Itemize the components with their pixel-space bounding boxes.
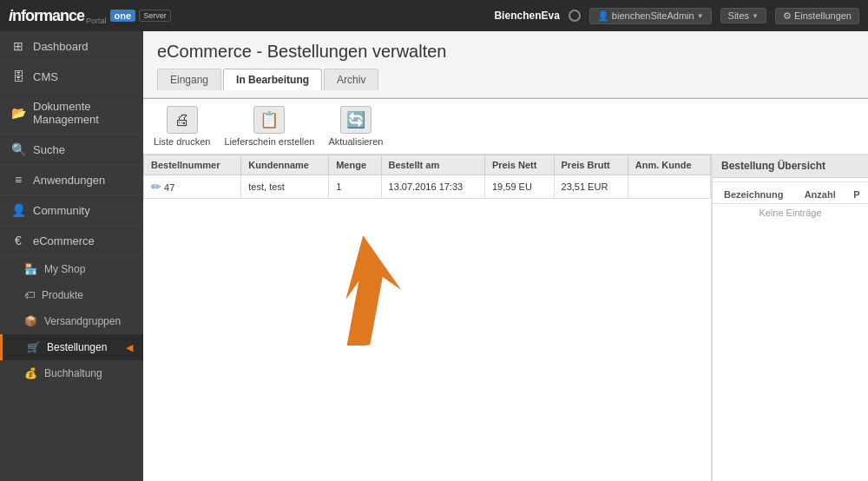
orange-arrow-svg xyxy=(308,233,412,346)
lieferschein-icon: 📋 xyxy=(253,106,285,134)
tab-bar: Eingang In Bearbeitung Archiv xyxy=(157,69,854,90)
gear-icon: ⚙ xyxy=(783,10,792,22)
sidebar-item-cms[interactable]: 🗄 CMS xyxy=(0,62,143,92)
myshop-icon: 🏪 xyxy=(24,263,37,275)
anwendungen-icon: ≡ xyxy=(10,173,26,187)
cell-name: test, test xyxy=(241,175,329,199)
col-preis-netto: Preis Nett xyxy=(484,155,554,175)
dokumente-icon: 📂 xyxy=(10,106,26,120)
cell-nr: ✏ 47 xyxy=(144,175,241,199)
overview-col-p: P xyxy=(845,186,868,204)
svg-marker-1 xyxy=(327,233,410,346)
col-bestellnummer: Bestellnummer xyxy=(144,155,241,175)
print-icon: 🖨 xyxy=(167,106,198,134)
username: BienchenEva xyxy=(494,10,559,22)
sidebar-sub-bestellungen[interactable]: 🛒 Bestellungen ◀ xyxy=(0,334,143,360)
overview-empty-row: Keine Einträge xyxy=(713,204,868,222)
cms-icon: 🗄 xyxy=(10,69,26,83)
sidebar-item-suche[interactable]: 🔍 Suche xyxy=(0,135,143,165)
logo-informance: informance xyxy=(9,7,84,25)
einstellungen-button[interactable]: ⚙ Einstellungen xyxy=(775,8,859,24)
orders-table: Bestellnummer Kundenname Menge Bestellt … xyxy=(143,155,711,199)
chevron-down-icon: ▼ xyxy=(697,12,704,20)
table-wrapper: Bestellnummer Kundenname Menge Bestellt … xyxy=(143,155,868,481)
user-icon: 👤 xyxy=(597,10,609,22)
dashboard-icon: ⊞ xyxy=(10,39,26,53)
arrow-overlay xyxy=(308,233,412,348)
chevron-down-icon: ▼ xyxy=(752,12,759,20)
col-anm-kunde: Anm. Kunde xyxy=(628,155,710,175)
sites-button[interactable]: Sites ▼ xyxy=(720,8,766,23)
sidebar-item-anwendungen[interactable]: ≡ Anwendungen xyxy=(0,165,143,195)
col-menge: Menge xyxy=(329,155,381,175)
community-icon: 👤 xyxy=(10,203,26,217)
tab-archiv[interactable]: Archiv xyxy=(324,69,378,90)
sidebar-sub-versandgruppen[interactable]: 📦 Versandgruppen xyxy=(0,308,143,334)
sidebar-sub-buchhaltung[interactable]: 💰 Buchhaltung xyxy=(0,360,143,386)
bestellungen-icon: 🛒 xyxy=(27,341,40,353)
sidebar-item-dokumente[interactable]: 📂 DokumenteManagement xyxy=(0,92,143,135)
table-row[interactable]: ✏ 47 test, test 1 13.07.2016 17:33 19,59… xyxy=(144,175,711,199)
content-area: eCommerce - Bestellungen verwalten Einga… xyxy=(143,31,868,481)
toolbar: 🖨 Liste drucken 📋 Lieferschein erstellen… xyxy=(143,98,868,155)
page-header: eCommerce - Bestellungen verwalten Einga… xyxy=(143,31,868,98)
table-main: Bestellnummer Kundenname Menge Bestellt … xyxy=(143,155,712,481)
status-icon xyxy=(569,10,581,22)
col-bestellt-am: Bestellt am xyxy=(381,155,484,175)
aktualisieren-button[interactable]: 🔄 Aktualisieren xyxy=(328,106,383,147)
buchhaltung-icon: 💰 xyxy=(24,367,37,379)
col-preis-brutto: Preis Brutt xyxy=(554,155,628,175)
sidebar-right: Bestellung Übersicht Bezeichnung Anzahl … xyxy=(712,155,868,481)
logo-portal: Portal xyxy=(86,16,107,25)
lieferschein-button[interactable]: 📋 Lieferschein erstellen xyxy=(224,106,314,147)
main-layout: ⊞ Dashboard 🗄 CMS 📂 DokumenteManagement … xyxy=(0,31,868,481)
overview-col-anzahl: Anzahl xyxy=(795,186,845,204)
cell-netto: 19,59 EU xyxy=(484,175,554,199)
active-arrow-icon: ◀ xyxy=(126,342,133,353)
sidebar-sub-myshop[interactable]: 🏪 My Shop xyxy=(0,256,143,282)
sidebar-sub-produkte[interactable]: 🏷 Produkte xyxy=(0,282,143,308)
tab-in-bearbeitung[interactable]: In Bearbeitung xyxy=(223,69,322,90)
sidebar-item-community[interactable]: 👤 Community xyxy=(0,195,143,226)
sidebar-item-ecommerce[interactable]: € eCommerce xyxy=(0,226,143,256)
liste-drucken-button[interactable]: 🖨 Liste drucken xyxy=(154,106,210,147)
cell-menge: 1 xyxy=(329,175,381,199)
ecommerce-icon: € xyxy=(10,234,26,247)
logo-one: one xyxy=(110,10,136,22)
search-icon: 🔍 xyxy=(10,142,26,156)
page-title: eCommerce - Bestellungen verwalten xyxy=(157,42,854,62)
refresh-icon: 🔄 xyxy=(340,106,372,134)
cell-brutto: 23,51 EUR xyxy=(554,175,628,199)
topnav: informance Portal one Server BienchenEva… xyxy=(0,0,868,31)
sidebar: ⊞ Dashboard 🗄 CMS 📂 DokumenteManagement … xyxy=(0,31,143,481)
col-kundenname: Kundenname xyxy=(241,155,329,175)
overview-table: Bezeichnung Anzahl P Keine Einträge xyxy=(713,186,868,221)
sidebar-item-dashboard[interactable]: ⊞ Dashboard xyxy=(0,31,143,62)
overview-col-bezeichnung: Bezeichnung xyxy=(713,186,795,204)
produkte-icon: 🏷 xyxy=(24,289,35,301)
edit-icon: ✏ xyxy=(151,180,161,194)
sidebar-right-title: Bestellung Übersicht xyxy=(713,155,868,178)
cell-anm xyxy=(628,175,710,199)
logo-server: Server xyxy=(139,10,171,22)
topnav-right: BienchenEva 👤 bienchenSiteAdmin ▼ Sites … xyxy=(494,8,859,24)
versand-icon: 📦 xyxy=(24,315,37,327)
content-inner: 🖨 Liste drucken 📋 Lieferschein erstellen… xyxy=(143,98,868,481)
overview-empty-text: Keine Einträge xyxy=(713,204,868,222)
logo-area: informance Portal one Server xyxy=(9,7,171,25)
user-admin-button[interactable]: 👤 bienchenSiteAdmin ▼ xyxy=(589,8,712,24)
tab-eingang[interactable]: Eingang xyxy=(157,69,221,90)
cell-date: 13.07.2016 17:33 xyxy=(381,175,484,199)
